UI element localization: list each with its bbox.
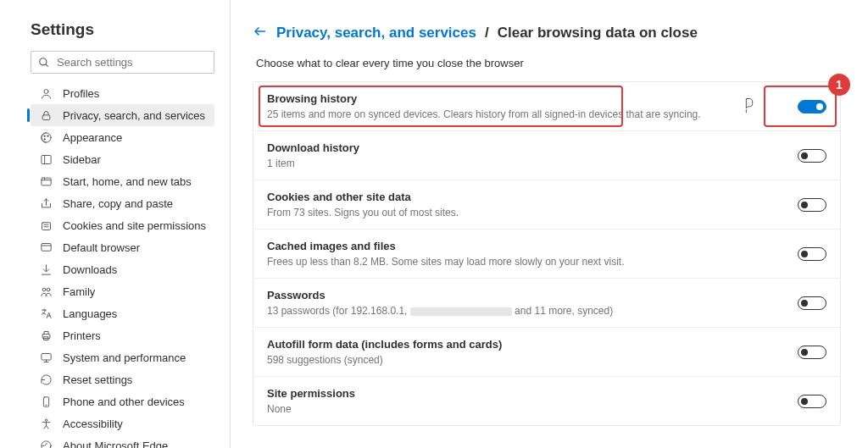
search-icon bbox=[38, 57, 50, 69]
sidebar-item-profile[interactable]: Profiles bbox=[31, 82, 214, 104]
download-icon bbox=[39, 263, 53, 276]
option-text: Autofill form data (includes forms and c… bbox=[267, 338, 798, 366]
sidebar-item-appearance[interactable]: Appearance bbox=[31, 126, 214, 148]
option-text: Cookies and other site dataFrom 73 sites… bbox=[267, 191, 798, 218]
svg-rect-16 bbox=[41, 243, 50, 251]
option-row: Cached images and filesFrees up less tha… bbox=[253, 229, 840, 278]
phone-icon bbox=[39, 395, 53, 408]
option-row: Autofill form data (includes forms and c… bbox=[253, 327, 840, 376]
breadcrumb-current: Clear browsing data on close bbox=[498, 25, 698, 41]
sidebar-item-family[interactable]: Family bbox=[31, 280, 214, 302]
sidebar-item-label: Downloads bbox=[63, 263, 117, 276]
sidebar-item-cookies[interactable]: Cookies and site permissions bbox=[31, 214, 214, 236]
settings-sidebar: Settings ProfilesPrivacy, search, and se… bbox=[0, 0, 231, 448]
sidebar-item-label: Reset settings bbox=[63, 373, 132, 386]
search-input[interactable] bbox=[57, 56, 207, 69]
edge-icon bbox=[39, 439, 53, 448]
option-title: Cached images and files bbox=[267, 240, 798, 252]
settings-nav: ProfilesPrivacy, search, and servicesApp… bbox=[31, 82, 214, 448]
family-icon bbox=[39, 285, 53, 298]
option-text: Cached images and filesFrees up less tha… bbox=[267, 240, 798, 268]
option-description: 1 item bbox=[267, 158, 798, 169]
option-description: 25 items and more on synced devices. Cle… bbox=[267, 108, 798, 120]
option-description: None bbox=[267, 403, 798, 415]
sidebar-item-lang[interactable]: Languages bbox=[31, 302, 214, 324]
share-icon bbox=[39, 196, 53, 210]
sidebar-item-browser[interactable]: Default browser bbox=[31, 236, 214, 258]
sidebar-item-label: About Microsoft Edge bbox=[63, 440, 168, 449]
option-row: Cookies and other site dataFrom 73 sites… bbox=[253, 180, 840, 229]
option-title: Autofill form data (includes forms and c… bbox=[267, 338, 798, 351]
sidebar-item-tabs[interactable]: Start, home, and new tabs bbox=[31, 170, 214, 192]
sidebar-item-access[interactable]: Accessibility bbox=[31, 412, 214, 434]
toggle-switch[interactable] bbox=[798, 198, 826, 212]
option-title: Browsing history bbox=[267, 92, 798, 105]
option-title: Cookies and other site data bbox=[267, 191, 798, 203]
svg-point-19 bbox=[42, 288, 46, 291]
sidebar-item-label: Languages bbox=[63, 307, 117, 320]
settings-title: Settings bbox=[31, 20, 214, 39]
toggle-switch[interactable] bbox=[798, 346, 826, 359]
back-arrow-icon[interactable] bbox=[253, 24, 268, 41]
sidebar-item-lock[interactable]: Privacy, search, and services bbox=[31, 104, 214, 126]
svg-rect-13 bbox=[42, 222, 50, 230]
option-description: From 73 sites. Signs you out of most sit… bbox=[267, 207, 798, 218]
sidebar-item-label: Cookies and site permissions bbox=[63, 219, 206, 232]
option-description: 598 suggestions (synced) bbox=[267, 354, 798, 366]
svg-point-29 bbox=[45, 418, 47, 421]
toggle-switch[interactable] bbox=[798, 296, 826, 310]
option-text: Site permissionsNone bbox=[267, 387, 798, 415]
svg-point-20 bbox=[47, 288, 50, 291]
svg-point-5 bbox=[43, 135, 45, 136]
sidebar-item-reset[interactable]: Reset settings bbox=[31, 368, 214, 390]
lock-icon bbox=[39, 108, 53, 122]
svg-point-6 bbox=[47, 135, 48, 136]
sidebar-item-download[interactable]: Downloads bbox=[31, 258, 214, 280]
redacted-text bbox=[410, 307, 512, 316]
toggle-switch[interactable] bbox=[798, 247, 826, 261]
option-row: Browsing history25 items and more on syn… bbox=[253, 82, 840, 130]
sidebar-item-printer[interactable]: Printers bbox=[31, 324, 214, 346]
toggle-switch[interactable] bbox=[798, 149, 826, 163]
sidebar-item-perf[interactable]: System and performance bbox=[31, 346, 214, 368]
search-settings-field[interactable] bbox=[31, 51, 214, 74]
sidebar-item-label: Accessibility bbox=[63, 418, 123, 430]
option-row: Passwords13 passwords (for 192.168.0.1, … bbox=[253, 278, 840, 327]
sidebar-item-sidebar[interactable]: Sidebar bbox=[31, 148, 214, 170]
sidebar-item-label: Profiles bbox=[63, 87, 99, 100]
sidebar-item-phone[interactable]: Phone and other devices bbox=[31, 390, 214, 412]
option-description: 13 passwords (for 192.168.0.1, and 11 mo… bbox=[267, 305, 798, 317]
printer-icon bbox=[39, 329, 53, 342]
option-row: Download history1 item bbox=[253, 130, 840, 180]
sidebar-item-label: Appearance bbox=[63, 131, 122, 144]
sidebar-item-edge[interactable]: About Microsoft Edge bbox=[31, 434, 214, 448]
svg-rect-8 bbox=[41, 155, 50, 163]
sidebar-item-label: Share, copy and paste bbox=[63, 197, 173, 210]
sidebar-item-share[interactable]: Share, copy and paste bbox=[31, 192, 214, 214]
option-title: Download history bbox=[267, 141, 798, 154]
sidebar-item-label: Family bbox=[63, 285, 95, 298]
toggle-switch[interactable] bbox=[798, 100, 826, 113]
option-title: Passwords bbox=[267, 289, 798, 301]
annotation-badge: 1 bbox=[828, 74, 850, 96]
option-text: Download history1 item bbox=[267, 141, 798, 169]
svg-rect-22 bbox=[42, 334, 50, 338]
tabs-icon bbox=[39, 174, 53, 188]
svg-rect-24 bbox=[41, 353, 50, 360]
option-text: Browsing history25 items and more on syn… bbox=[267, 92, 798, 120]
sidebar-item-label: Default browser bbox=[63, 241, 140, 254]
appearance-icon bbox=[39, 130, 53, 144]
option-title: Site permissions bbox=[267, 387, 798, 400]
sidebar-item-label: Printers bbox=[63, 329, 101, 342]
sidebar-item-label: Start, home, and new tabs bbox=[63, 175, 192, 188]
option-description: Frees up less than 8.2 MB. Some sites ma… bbox=[267, 256, 798, 268]
svg-rect-10 bbox=[41, 178, 50, 185]
lang-icon bbox=[39, 307, 53, 320]
breadcrumb-link[interactable]: Privacy, search, and services bbox=[276, 25, 476, 41]
svg-point-2 bbox=[44, 89, 48, 93]
svg-point-0 bbox=[40, 58, 47, 64]
toggle-switch[interactable] bbox=[798, 395, 826, 408]
browser-icon bbox=[39, 241, 53, 254]
perf-icon bbox=[39, 351, 53, 364]
settings-main: Privacy, search, and services / Clear br… bbox=[231, 0, 868, 448]
